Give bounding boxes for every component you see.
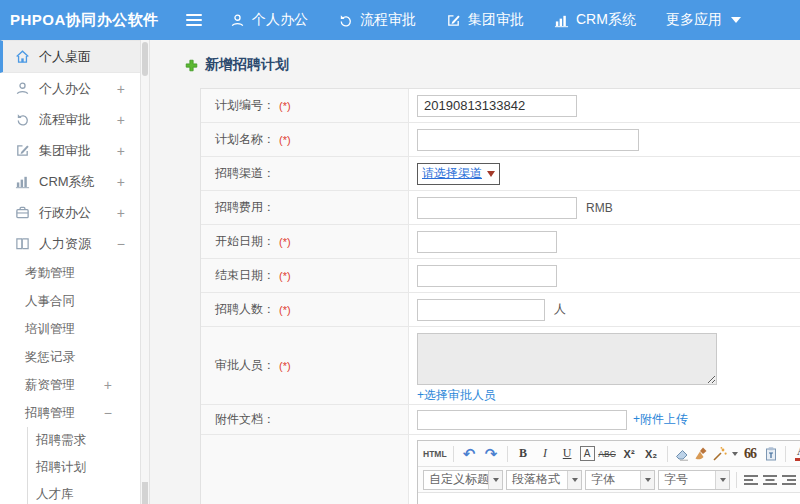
home-icon <box>15 49 30 64</box>
end-date-input[interactable] <box>417 265 557 287</box>
font-size-select[interactable]: 字号 <box>658 470 730 490</box>
sidebar-subitem-label: 招聘管理 <box>25 406 75 420</box>
scrollbar-bottom-block[interactable] <box>142 482 148 504</box>
custom-heading-select[interactable]: 自定义标题 <box>423 470 503 490</box>
italic-button[interactable]: I <box>536 444 555 464</box>
editor-content-area[interactable] <box>418 493 800 504</box>
sidebar-item-human-resources[interactable]: 人力资源 − <box>0 228 140 259</box>
sidebar-item-label: 流程审批 <box>39 111 91 129</box>
topbar: PHPOA协同办公软件 个人办公 流程审批 集团审批 CRM系统 <box>0 0 800 40</box>
expand-plus-icon[interactable]: + <box>117 143 125 159</box>
collapse-minus-icon[interactable]: − <box>104 399 112 427</box>
sidebar-item-personal-office[interactable]: 个人办公 + <box>0 73 140 104</box>
align-right-icon[interactable] <box>781 472 797 488</box>
font-family-select[interactable]: 字体 <box>585 470 655 490</box>
sidebar-item-label: 人力资源 <box>39 235 91 253</box>
dropdown-caret-icon[interactable] <box>732 452 738 456</box>
field-label: 结束日期： <box>215 267 275 284</box>
sidebar-item-group-approval[interactable]: 集团审批 + <box>0 135 140 166</box>
attachment-input[interactable] <box>417 410 627 430</box>
redo-button[interactable]: ↷ <box>482 444 501 464</box>
recruit-plan-form: 计划编号： (*) 计划名称： (*) 招聘渠道： 请选择渠道 <box>200 88 800 504</box>
autotypeset-button[interactable]: A <box>580 446 595 461</box>
plan-no-input[interactable] <box>417 95 577 117</box>
subscript-button[interactable]: X₂ <box>642 444 661 464</box>
approver-textarea[interactable] <box>417 333 717 385</box>
html-source-button[interactable]: HTML <box>423 444 447 464</box>
fee-input[interactable] <box>417 197 577 219</box>
expand-plus-icon[interactable]: + <box>117 174 125 190</box>
form-row-plan-no: 计划编号： (*) <box>201 89 800 123</box>
scrollbar-thumb[interactable] <box>142 42 148 76</box>
nav-personal-office[interactable]: 个人办公 <box>230 11 308 29</box>
paste-clipboard-icon[interactable] <box>763 446 779 462</box>
select-dropdown-button[interactable] <box>640 471 654 489</box>
bar-chart-icon <box>554 13 569 28</box>
sidebar-item-crm-system[interactable]: CRM系统 + <box>0 166 140 197</box>
plan-name-input[interactable] <box>417 129 639 151</box>
sidebar-subsubitem-talent-pool[interactable]: 人才库 <box>28 481 140 504</box>
strikethrough-button[interactable]: ABC <box>598 444 617 464</box>
flow-arrow-icon <box>338 13 353 28</box>
nav-more-apps[interactable]: 更多应用 <box>666 11 741 29</box>
expand-plus-icon[interactable]: + <box>117 205 125 221</box>
magic-wand-icon[interactable] <box>712 446 728 462</box>
expand-plus-icon[interactable]: + <box>117 112 125 128</box>
sidebar-subitem-rewards[interactable]: 奖惩记录 <box>0 343 140 371</box>
sidebar-subitem-label: 考勤管理 <box>25 266 75 280</box>
undo-button[interactable]: ↶ <box>460 444 479 464</box>
page-title: 新增招聘计划 <box>185 56 800 74</box>
sidebar-item-workflow-approval[interactable]: 流程审批 + <box>0 104 140 135</box>
sidebar-subitem-recruitment[interactable]: 招聘管理 − <box>0 399 140 427</box>
sidebar-subitem-salary[interactable]: 薪资管理 + <box>0 371 140 399</box>
select-approver-link[interactable]: +选择审批人员 <box>417 387 496 404</box>
nav-crm-system[interactable]: CRM系统 <box>554 11 636 29</box>
menu-toggle-icon[interactable] <box>186 11 204 29</box>
headcount-input[interactable] <box>417 299 545 321</box>
form-row-editor: HTML ↶ ↷ B I U A ABC X² X₂ <box>201 435 800 504</box>
sidebar-item-admin-office[interactable]: 行政办公 + <box>0 197 140 228</box>
channel-select[interactable]: 请选择渠道 <box>417 163 500 185</box>
sidebar-subitem-label: 人事合同 <box>25 294 75 308</box>
attachment-upload-link[interactable]: +附件上传 <box>633 411 688 428</box>
sidebar-item-label: 个人桌面 <box>39 48 91 66</box>
person-icon <box>15 81 30 96</box>
nav-group-approval[interactable]: 集团审批 <box>446 11 524 29</box>
expand-plus-icon[interactable]: + <box>104 371 112 399</box>
main-content: 新增招聘计划 计划编号： (*) 计划名称： (*) 招聘渠道： <box>151 40 800 504</box>
sidebar-subitem-training[interactable]: 培训管理 <box>0 315 140 343</box>
sidebar-subsubitem-label: 招聘计划 <box>36 460 86 474</box>
field-label: 招聘渠道： <box>215 165 275 182</box>
paragraph-format-select[interactable]: 段落格式 <box>506 470 582 490</box>
superscript-button[interactable]: X² <box>620 444 639 464</box>
sidebar-item-personal-desktop[interactable]: 个人桌面 <box>0 40 140 73</box>
sidebar-subitem-attendance[interactable]: 考勤管理 <box>0 259 140 287</box>
font-color-button[interactable]: A <box>792 444 800 464</box>
format-brush-icon[interactable] <box>693 446 709 462</box>
recruitment-submenu: 招聘需求 招聘计划 人才库 <box>27 427 140 504</box>
sidebar-subsubitem-recruit-demand[interactable]: 招聘需求 <box>28 427 140 454</box>
select-dropdown-button[interactable] <box>715 471 729 489</box>
align-center-icon[interactable] <box>762 472 778 488</box>
form-row-start-date: 开始日期： (*) <box>201 225 800 259</box>
select-dropdown-button[interactable] <box>488 471 502 489</box>
align-left-icon[interactable] <box>743 472 759 488</box>
start-date-input[interactable] <box>417 231 557 253</box>
sidebar-subitem-hr-contract[interactable]: 人事合同 <box>0 287 140 315</box>
underline-button[interactable]: U <box>558 444 577 464</box>
select-dropdown-button[interactable] <box>567 471 581 489</box>
bold-button[interactable]: B <box>514 444 533 464</box>
app-logo: PHPOA协同办公软件 <box>0 11 186 30</box>
sidebar-item-label: 个人办公 <box>39 80 91 98</box>
field-label: 计划编号： <box>215 97 275 114</box>
nav-workflow-approval[interactable]: 流程审批 <box>338 11 416 29</box>
eraser-icon[interactable] <box>674 446 690 462</box>
sidebar-item-label: 行政办公 <box>39 204 91 222</box>
collapse-minus-icon[interactable]: − <box>117 236 125 252</box>
sidebar-subsubitem-recruit-plan[interactable]: 招聘计划 <box>28 454 140 481</box>
sidebar-scrollbar[interactable] <box>140 40 150 504</box>
required-mark: (*) <box>279 304 291 316</box>
expand-plus-icon[interactable]: + <box>117 81 125 97</box>
required-mark: (*) <box>279 236 291 248</box>
blockquote-button[interactable]: 66 <box>741 444 760 464</box>
